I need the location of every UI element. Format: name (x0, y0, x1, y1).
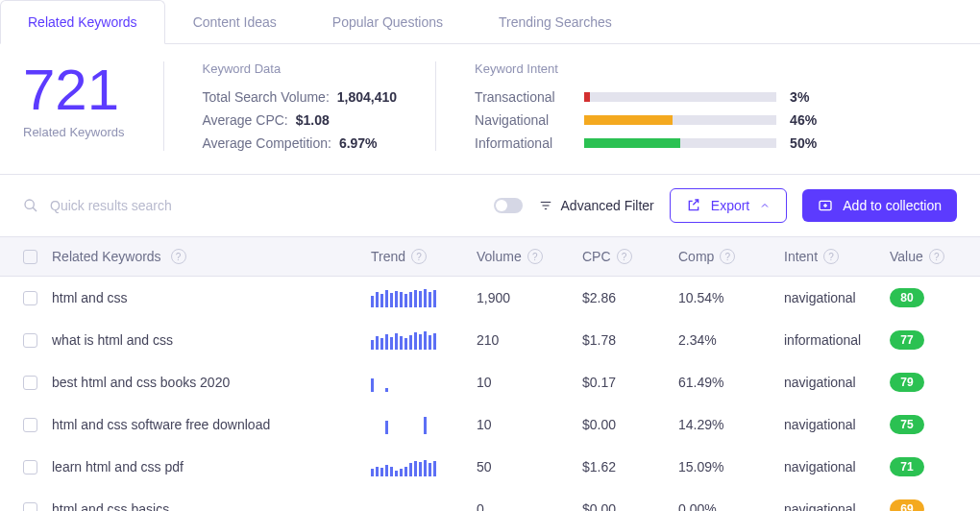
intent-value: informational (784, 332, 861, 348)
tab-trending-searches[interactable]: Trending Searches (471, 0, 640, 43)
chevron-up-icon (759, 200, 771, 211)
trend-sparkline (371, 288, 448, 307)
col-keywords[interactable]: Related Keywords (52, 249, 161, 264)
search-box (23, 198, 478, 213)
col-intent[interactable]: Intent (784, 249, 818, 264)
help-icon[interactable]: ? (617, 249, 632, 264)
cpc-value: $0.17 (582, 375, 616, 390)
trend-sparkline (371, 499, 448, 511)
add-collection-label: Add to collection (843, 198, 942, 213)
kd-label: Average CPC: (203, 112, 288, 128)
export-icon (686, 198, 701, 213)
export-button[interactable]: Export (670, 188, 787, 223)
table-row: learn html and css pdf50$1.6215.09%navig… (0, 446, 980, 488)
big-count: 721 (23, 61, 125, 119)
ki-bar (584, 115, 776, 125)
keyword-text[interactable]: html and css basics (52, 501, 169, 511)
kd-label: Total Search Volume: (203, 89, 330, 105)
value-pill: 80 (890, 288, 924, 307)
row-checkbox[interactable] (23, 460, 37, 474)
trend-sparkline (371, 330, 448, 350)
checkbox-all[interactable] (23, 250, 37, 264)
value-pill: 77 (890, 330, 924, 350)
cpc-value: $1.78 (582, 332, 616, 348)
row-checkbox[interactable] (23, 418, 37, 432)
help-icon[interactable]: ? (720, 249, 735, 264)
keyword-intent: Keyword Intent Transactional3%Navigation… (475, 61, 824, 151)
table-header: Related Keywords? Trend? Volume? CPC? Co… (0, 237, 980, 277)
volume-value: 10 (477, 417, 492, 432)
trend-sparkline (371, 373, 448, 392)
tab-related-keywords[interactable]: Related Keywords (0, 0, 165, 44)
keyword-text[interactable]: best html and css books 2020 (52, 375, 230, 390)
help-icon[interactable]: ? (411, 249, 427, 264)
ki-label: Informational (475, 135, 571, 151)
table-row: html and css software free download10$0.… (0, 403, 980, 446)
col-volume[interactable]: Volume (477, 249, 522, 264)
keyword-data-title: Keyword Data (203, 61, 398, 76)
kd-label: Average Competition: (203, 135, 331, 151)
tab-popular-questions[interactable]: Popular Questions (305, 0, 471, 43)
col-cpc[interactable]: CPC (582, 249, 611, 264)
kd-value: 6.97% (339, 135, 378, 151)
big-count-label: Related Keywords (23, 125, 125, 139)
keyword-intent-row: Informational50% (475, 135, 824, 151)
ki-label: Navigational (475, 112, 571, 128)
keyword-intent-row: Navigational46% (475, 112, 824, 128)
comp-value: 15.09% (678, 459, 723, 474)
comp-value: 2.34% (678, 332, 717, 348)
intent-value: navigational (784, 501, 856, 511)
row-checkbox[interactable] (23, 376, 37, 390)
cpc-value: $0.00 (582, 417, 616, 432)
intent-value: navigational (784, 290, 856, 305)
ki-pct: 3% (790, 89, 824, 105)
table-row: html and css1,900$2.8610.54%navigational… (0, 277, 980, 319)
search-icon (23, 198, 38, 213)
keyword-data: Keyword Data Total Search Volume:1,804,4… (203, 61, 398, 151)
keyword-text[interactable]: html and css (52, 290, 128, 305)
svg-point-0 (25, 200, 34, 208)
trend-sparkline (371, 457, 448, 476)
volume-value: 10 (477, 375, 492, 390)
value-pill: 69 (890, 499, 924, 511)
big-count-block: 721 Related Keywords (23, 61, 125, 151)
keyword-text[interactable]: learn html and css pdf (52, 459, 184, 474)
keyword-text[interactable]: html and css software free download (52, 417, 270, 432)
table-row: what is html and css210$1.782.34%informa… (0, 319, 980, 361)
svg-line-1 (33, 207, 37, 211)
search-input[interactable] (50, 198, 478, 213)
toolbar: Advanced Filter Export Add to collection (0, 175, 980, 237)
help-icon[interactable]: ? (929, 249, 944, 264)
row-checkbox[interactable] (23, 333, 37, 348)
advanced-filter-button[interactable]: Advanced Filter (538, 198, 654, 213)
help-icon[interactable]: ? (823, 249, 839, 264)
add-to-collection-button[interactable]: Add to collection (802, 189, 957, 222)
intent-value: navigational (784, 459, 856, 474)
tab-content-ideas[interactable]: Content Ideas (165, 0, 305, 43)
ki-pct: 50% (790, 135, 824, 151)
summary: 721 Related Keywords Keyword Data Total … (0, 44, 980, 175)
keyword-text[interactable]: what is html and css (52, 332, 173, 348)
keyword-data-row: Average CPC:$1.08 (203, 112, 398, 128)
ki-bar (584, 138, 776, 148)
add-collection-icon (818, 198, 833, 213)
ki-label: Transactional (475, 89, 571, 105)
row-checkbox[interactable] (23, 502, 37, 512)
help-icon[interactable]: ? (527, 249, 543, 264)
cpc-value: $1.62 (582, 459, 616, 474)
col-comp[interactable]: Comp (678, 249, 714, 264)
divider (435, 61, 436, 151)
keyword-intent-title: Keyword Intent (475, 61, 824, 76)
col-value[interactable]: Value (890, 249, 923, 264)
col-trend[interactable]: Trend (371, 249, 405, 264)
value-pill: 71 (890, 457, 924, 476)
row-checkbox[interactable] (23, 291, 37, 305)
help-icon[interactable]: ? (171, 249, 186, 264)
comp-value: 0.00% (678, 501, 717, 511)
keyword-data-row: Total Search Volume:1,804,410 (203, 89, 398, 105)
cpc-value: $0.00 (582, 501, 616, 511)
advanced-filter-label: Advanced Filter (561, 198, 654, 213)
comp-value: 14.29% (678, 417, 723, 432)
toggle-switch[interactable] (494, 198, 523, 213)
volume-value: 50 (477, 459, 492, 474)
